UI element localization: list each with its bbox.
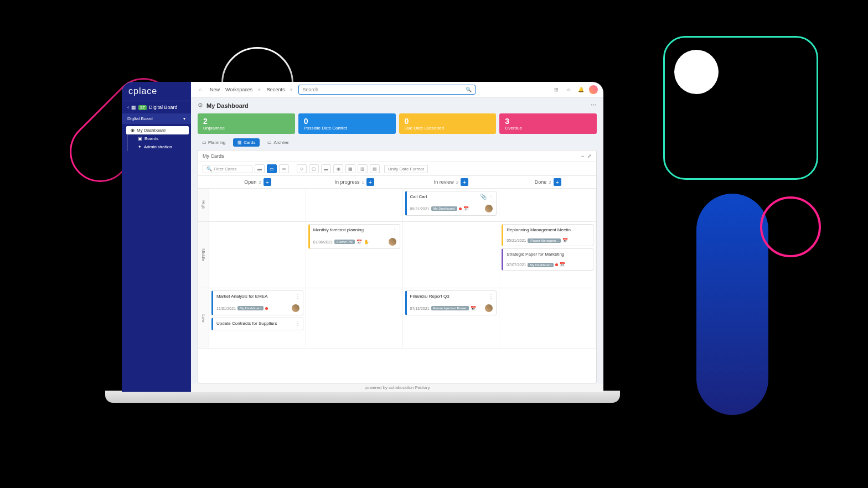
home-icon[interactable]: ⌂ <box>197 86 204 94</box>
add-card-button[interactable]: + <box>554 178 561 186</box>
stat-date-conflict[interactable]: 0 Possible Date Conflict <box>298 113 396 134</box>
tab-archive[interactable]: ▭ Archive <box>263 138 293 147</box>
tab-planning[interactable]: ▭ Planning <box>198 138 230 147</box>
assignee-avatar[interactable] <box>292 304 299 312</box>
stat-value: 0 <box>304 117 390 126</box>
card-tag: Future Injection Power <box>431 306 469 310</box>
sidebar-item-boards[interactable]: ▣ Boards <box>127 134 191 143</box>
nav-recents[interactable]: Recents <box>266 87 285 92</box>
card-menu-icon[interactable]: 📎 ⋮ <box>480 194 494 200</box>
minimize-icon[interactable]: − <box>581 153 584 159</box>
cell[interactable] <box>403 222 500 288</box>
tab-label: Cards <box>244 140 255 145</box>
stat-label: Due Date Exceeded <box>405 126 491 131</box>
card-menu-icon[interactable]: ⋮ <box>488 293 494 299</box>
assignee-avatar[interactable] <box>485 304 493 312</box>
cell[interactable] <box>209 189 306 221</box>
card-title: Market Analysis for EMEA <box>216 294 299 299</box>
view-compact-icon[interactable]: ▬ <box>255 164 265 173</box>
cell[interactable]: 📎 ⋮ Call Carl 05/21/2021 My Dashboard 📅 <box>403 189 500 221</box>
card-menu-icon[interactable]: ⋮ <box>295 320 301 326</box>
workspace-badge: ST <box>138 105 147 110</box>
column-open: Open 2 + <box>209 176 306 188</box>
card-date: 07/07/2021 <box>507 263 526 267</box>
chevron-down-icon: ▾ <box>183 116 185 121</box>
card-title: Strategic Paper for Marketing <box>507 252 590 257</box>
gear-icon[interactable]: ⚙ <box>198 102 203 109</box>
cell[interactable]: ⋮ Financial Report Q3 07/13/2021 Future … <box>403 288 500 349</box>
add-card-button[interactable]: + <box>461 178 468 186</box>
user-avatar[interactable] <box>589 85 598 94</box>
page-title: My Dashboard <box>206 102 249 109</box>
unify-date-button[interactable]: Unify Date Format <box>384 165 428 173</box>
cell[interactable] <box>499 288 596 349</box>
cell[interactable]: ⋮ Monthly forecast planning 07/06/2021 i… <box>306 222 403 288</box>
more-icon[interactable]: ⋯ <box>591 102 597 109</box>
card-call-carl[interactable]: 📎 ⋮ Call Carl 05/21/2021 My Dashboard 📅 <box>405 191 497 216</box>
user-filter-icon[interactable]: ☺ <box>297 164 307 173</box>
card-date: 07/13/2021 <box>410 307 430 310</box>
card-replanning[interactable]: Replanning Management Meetin 05/21/2021 … <box>502 224 593 246</box>
add-card-button[interactable]: + <box>366 178 374 186</box>
board-icon: ▦ <box>131 105 136 110</box>
calendar-icon: 📅 <box>560 262 565 267</box>
cell[interactable]: ⋮ Market Analysis for EMEA 11/01/2021 My… <box>209 288 306 349</box>
card-strategic[interactable]: Strategic Paper for Marketing 07/07/2021… <box>502 248 593 271</box>
star-icon[interactable]: ☆ <box>565 86 572 94</box>
column-count: 2 <box>549 180 551 185</box>
column-name: In review <box>434 179 454 185</box>
filter-input[interactable]: 🔍 Filter Cards <box>203 165 252 173</box>
workspace-name: Digital Board <box>149 105 178 110</box>
date-filter-icon[interactable]: ▦ <box>345 164 355 173</box>
card-tag: iPower Managem... <box>528 238 561 243</box>
card-title: Update Contracts for Suppliers <box>216 321 299 326</box>
cell[interactable]: Replanning Management Meetin 05/21/2021 … <box>499 222 596 288</box>
search-input[interactable]: Search 🔍 <box>298 85 476 95</box>
sidebar-item-dashboard[interactable]: ◉ My Dashboard <box>126 126 189 134</box>
cell[interactable] <box>306 189 403 221</box>
stat-overdue[interactable]: 3 Overdue <box>499 113 597 134</box>
cell[interactable] <box>209 222 306 288</box>
view-list-icon[interactable]: ═ <box>279 164 289 173</box>
back-arrow-icon[interactable]: ‹ <box>127 105 129 110</box>
nav-workspaces[interactable]: Workspaces <box>225 87 252 92</box>
stat-label: Overdue <box>505 126 591 131</box>
stat-unplanned[interactable]: 2 Unplanned <box>198 113 295 134</box>
apps-icon[interactable]: ⊞ <box>552 86 560 94</box>
assignee-avatar[interactable] <box>389 238 396 246</box>
card-title: Replanning Management Meetin <box>507 227 590 232</box>
laptop-frame: cplace ‹ ▦ ST Digital Board Digital Boar… <box>105 82 620 414</box>
view-card-icon[interactable]: ▭ <box>267 164 277 173</box>
stat-label: Unplanned <box>203 126 290 131</box>
sidebar-section-header[interactable]: Digital Board ▾ <box>122 113 191 124</box>
card-title: Financial Report Q3 <box>410 294 493 299</box>
card-menu-icon[interactable]: ⋮ <box>392 227 397 233</box>
column-filter-icon[interactable]: ▥ <box>358 164 368 173</box>
card-financial-report[interactable]: ⋮ Financial Report Q3 07/13/2021 Future … <box>405 290 497 315</box>
footer-text: powered by collaboration Factory <box>191 383 603 392</box>
cell[interactable] <box>306 288 403 349</box>
stat-value: 0 <box>405 117 491 126</box>
nav-divider: ▾ <box>258 87 261 92</box>
stat-value: 2 <box>203 117 290 126</box>
stat-due-exceeded[interactable]: 0 Due Date Exceeded <box>399 113 497 134</box>
row-filter-icon[interactable]: ▤ <box>370 164 380 173</box>
expand-icon[interactable]: ⤢ <box>587 153 592 159</box>
notification-icon[interactable]: 🔔 <box>577 86 585 94</box>
tab-cards[interactable]: ▦ Cards <box>233 138 260 147</box>
card-contracts[interactable]: ⋮ Update Contracts for Suppliers <box>211 318 303 330</box>
tag-filter-icon[interactable]: ▬ <box>321 164 331 173</box>
decor-blue-pill <box>696 194 768 415</box>
sidebar-item-administration[interactable]: ✦ Administration <box>127 143 191 151</box>
calendar-icon: ▭ <box>202 140 206 145</box>
location-filter-icon[interactable]: ◉ <box>333 164 343 173</box>
card-forecast[interactable]: ⋮ Monthly forecast planning 07/06/2021 i… <box>308 224 400 249</box>
add-card-button[interactable]: + <box>264 178 271 186</box>
assignee-avatar[interactable] <box>485 205 493 212</box>
nav-new[interactable]: New <box>210 87 220 92</box>
card-market-analysis[interactable]: ⋮ Market Analysis for EMEA 11/01/2021 My… <box>211 290 303 315</box>
card-menu-icon[interactable]: ⋮ <box>295 293 301 299</box>
flag-filter-icon[interactable]: ▢ <box>309 164 319 173</box>
sidebar-workspace-title[interactable]: ‹ ▦ ST Digital Board <box>122 101 191 113</box>
cell[interactable] <box>499 189 596 221</box>
